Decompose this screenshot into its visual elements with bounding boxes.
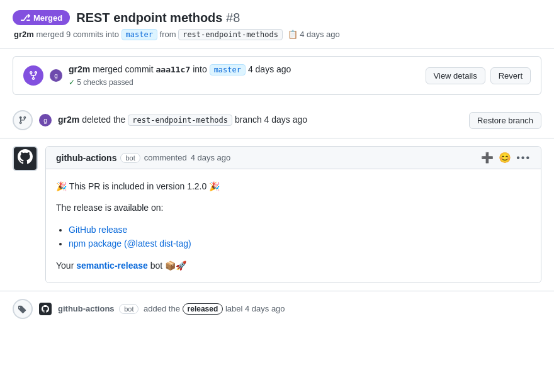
- add-reaction-button[interactable]: ➕: [481, 152, 494, 164]
- pr-number: #8: [226, 11, 240, 25]
- comment-line2: The release is available on:: [56, 201, 531, 215]
- list-item: GitHub release: [69, 223, 531, 237]
- target-branch-tag[interactable]: master: [122, 29, 157, 40]
- deleted-branch-name[interactable]: rest-endpoint-methods: [128, 115, 232, 126]
- branch-icon-circle: [13, 110, 33, 130]
- released-label-tag: released: [183, 303, 223, 315]
- merged-label: Merged: [33, 13, 62, 23]
- comment-author: github-actions: [56, 153, 116, 163]
- merge-commit-section: g gr2m merged commit aaa11c7 into master…: [13, 56, 541, 95]
- added-label-text: github-actions bot added the released la…: [58, 303, 285, 315]
- merge-target-branch[interactable]: master: [210, 64, 246, 76]
- pr-title: REST endpoint methods #8: [76, 11, 240, 25]
- label-icon-circle: [13, 299, 33, 319]
- merged-icon: ⎇: [20, 13, 30, 23]
- source-branch-tag[interactable]: rest-endpoint-methods: [178, 29, 283, 40]
- more-options-button[interactable]: •••: [516, 152, 531, 164]
- github-actions-avatar: [13, 146, 38, 171]
- comment-links-list: GitHub release npm package (@latest dist…: [69, 223, 531, 251]
- added-label-section: github-actions bot added the released la…: [0, 291, 554, 327]
- delete-branch-left: g gr2m deleted the rest-endpoint-methods…: [13, 110, 307, 130]
- github-actions-small-avatar: [39, 303, 52, 315]
- semantic-release-link[interactable]: semantic-release: [76, 260, 148, 271]
- author-avatar-merge: g: [50, 69, 62, 82]
- comment-body: 🎉 This PR is included in version 1.2.0 🎉…: [46, 169, 541, 283]
- merge-commit-text: gr2m merged commit aaa11c7 into master 4…: [69, 64, 291, 87]
- comment-header-right: ➕ 😊 •••: [481, 152, 531, 164]
- list-item: npm package (@latest dist-tag): [69, 237, 531, 250]
- npm-package-link[interactable]: npm package (@latest dist-tag): [69, 238, 191, 249]
- delete-branch-section: g gr2m deleted the rest-endpoint-methods…: [0, 103, 554, 138]
- view-details-button[interactable]: View details: [426, 67, 485, 84]
- pr-author: gr2m: [14, 30, 34, 39]
- comment-line1: 🎉 This PR is included in version 1.2.0 🎉: [56, 179, 531, 193]
- comment-section: github-actions bot commented 4 days ago …: [13, 146, 541, 283]
- check-icon: ✓: [69, 78, 75, 87]
- comment-line3: Your semantic-release bot 📦🚀: [56, 259, 531, 272]
- merge-commit-left: g gr2m merged commit aaa11c7 into master…: [23, 64, 291, 87]
- emoji-reaction-button[interactable]: 😊: [499, 152, 511, 164]
- comment-card: github-actions bot commented 4 days ago …: [45, 146, 541, 283]
- commit-hash[interactable]: aaa11c7: [155, 65, 190, 74]
- github-mark-icon: [18, 149, 33, 168]
- merged-badge: ⎇ Merged: [13, 10, 70, 25]
- github-release-link[interactable]: GitHub release: [69, 225, 127, 235]
- delete-branch-text: gr2m deleted the rest-endpoint-methods b…: [58, 115, 307, 126]
- pr-header: ⎇ Merged REST endpoint methods #8 gr2m m…: [0, 0, 554, 48]
- copy-icon[interactable]: 📋: [288, 30, 298, 39]
- author-avatar-delete: g: [39, 114, 52, 126]
- bot-badge: bot: [120, 153, 140, 163]
- restore-branch-button[interactable]: Restore branch: [469, 112, 541, 129]
- revert-button[interactable]: Revert: [490, 67, 531, 84]
- merge-commit-actions: View details Revert: [426, 67, 531, 84]
- checks-passed: ✓ 5 checks passed: [69, 78, 291, 87]
- comment-header-left: github-actions bot commented 4 days ago: [56, 153, 230, 163]
- merge-icon-circle: [23, 65, 43, 86]
- comment-header: github-actions bot commented 4 days ago …: [46, 147, 541, 169]
- pr-subtitle: gr2m merged 9 commits into master from r…: [14, 29, 541, 40]
